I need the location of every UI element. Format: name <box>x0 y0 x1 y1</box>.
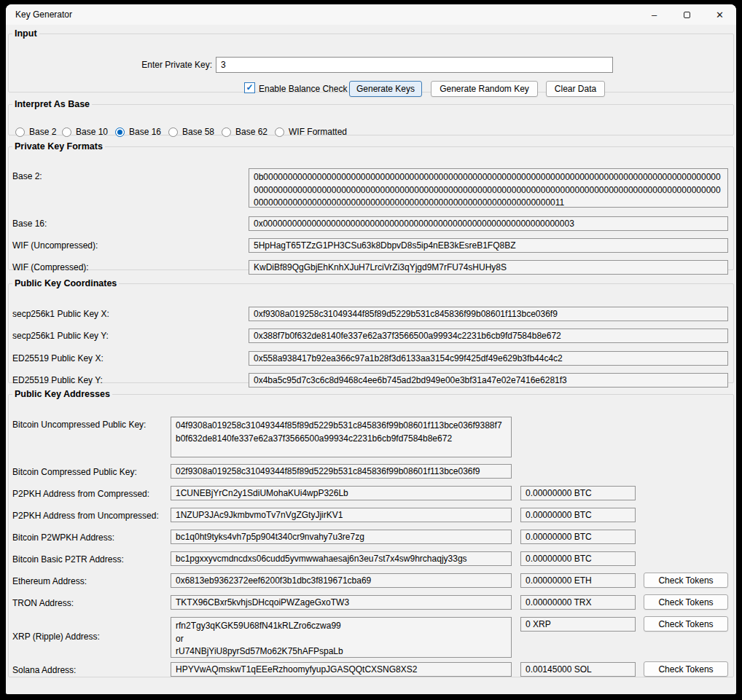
radio-icon <box>115 127 125 137</box>
radio-base-2[interactable]: Base 2 <box>15 127 56 137</box>
tron-label: TRON Address: <box>12 598 74 608</box>
xrp-field[interactable]: rfn2Tgy3qKGK59U68fN41kRLZro6czwa99 or rU… <box>171 617 512 658</box>
private-key-input[interactable] <box>216 57 613 73</box>
private-key-label: Enter Private Key: <box>82 60 212 70</box>
radio-label: Base 62 <box>235 127 267 137</box>
secp-y-label: secp256k1 Public Key Y: <box>12 331 109 341</box>
window-controls: – ✕ <box>638 4 736 25</box>
p2pkh-compressed-balance[interactable]: 0.00000000 BTC <box>520 486 636 500</box>
secp-x-label: secp256k1 Public Key X: <box>12 309 109 319</box>
input-group: Input Enter Private Key: ✓ Enable Balanc… <box>8 28 734 93</box>
xrp-balance[interactable]: 0 XRP <box>520 617 636 632</box>
radio-icon <box>275 127 284 137</box>
wif-compressed-field[interactable]: KwDiBf89QgGbjEhKnhXJuH7LrciVrZi3qYjgd9M7… <box>249 260 728 275</box>
radio-label: Base 16 <box>129 127 161 137</box>
solana-label: Solana Address: <box>12 665 76 675</box>
base16-label: Base 16: <box>12 219 47 229</box>
tron-balance[interactable]: 0.00000000 TRX <box>520 595 636 610</box>
window-title: Key Generator <box>6 9 72 20</box>
interpret-as-base-title: Interpret As Base <box>12 99 92 109</box>
radio-label: WIF Formatted <box>289 127 347 137</box>
screen: Key Generator – ✕ Input Enter Private Ke… <box>0 0 742 700</box>
p2pkh-uncompressed-field[interactable]: 1NZUP3JAc9JkmbvmoTv7nVgZGtyJjirKV1 <box>171 508 512 522</box>
wif-uncompressed-label: WIF (Uncompressed): <box>12 240 98 251</box>
ethereum-check-tokens-button[interactable]: Check Tokens <box>644 573 728 588</box>
ed25519-x-label: ED25519 Public Key X: <box>12 353 104 363</box>
tron-check-tokens-button[interactable]: Check Tokens <box>644 594 728 610</box>
close-icon: ✕ <box>716 9 724 20</box>
ed25519-x-field[interactable]: 0x558a938417b92ea366c97a1b28f3d6133aa315… <box>249 351 728 366</box>
p2tr-balance[interactable]: 0.00000000 BTC <box>520 551 636 566</box>
tron-field[interactable]: TKTX96CBxr5kvhjsDHcqoiPWZageGxoTW3 <box>171 595 512 610</box>
check-icon: ✓ <box>246 82 253 93</box>
xrp-label: XRP (Ripple) Address: <box>12 632 100 642</box>
secp-x-field[interactable]: 0xf9308a019258c31049344f85f89d5229b531c8… <box>249 307 728 321</box>
balance-check-checkbox[interactable]: ✓ <box>244 82 255 93</box>
public-key-coordinates-title: Public Key Coordinates <box>12 278 119 288</box>
btc-compressed-pubkey-field[interactable]: 02f9308a019258c31049344f85f89d5229b531c8… <box>171 464 512 479</box>
base2-value-field[interactable]: 0b00000000000000000000000000000000000000… <box>249 168 728 208</box>
p2pkh-uncompressed-balance[interactable]: 0.00000000 BTC <box>520 508 636 522</box>
btc-uncompressed-pubkey-label: Bitcoin Uncompressed Public Key: <box>12 420 146 430</box>
ed25519-y-label: ED25519 Public Key Y: <box>12 375 103 385</box>
xrp-check-tokens-button[interactable]: Check Tokens <box>644 616 728 632</box>
radio-label: Base 10 <box>76 127 108 137</box>
radio-icon <box>62 127 71 137</box>
p2pkh-compressed-field[interactable]: 1CUNEBjYrCn2y1SdiUMohaKUi4wpP326Lb <box>171 486 512 500</box>
radio-label: Base 58 <box>182 127 214 137</box>
radio-wif-formatted[interactable]: WIF Formatted <box>275 127 347 137</box>
p2wpkh-field[interactable]: bc1q0ht9tyks4vh7p5p904t340cr9nvahy7u3re7… <box>171 530 512 544</box>
wif-uncompressed-field[interactable]: 5HpHagT65TZzG1PH3CSu63k8DbpvD8s5ip4nEB3k… <box>249 238 728 253</box>
radio-base-16[interactable]: Base 16 <box>115 127 161 137</box>
generate-random-key-button[interactable]: Generate Random Key <box>431 81 538 97</box>
public-key-addresses-group: Public Key Addresses Bitcoin Uncompresse… <box>8 389 734 677</box>
minimize-icon: – <box>652 9 657 20</box>
btc-compressed-pubkey-label: Bitcoin Compressed Public Key: <box>12 467 137 477</box>
maximize-button[interactable] <box>671 4 703 25</box>
radio-label: Base 2 <box>29 127 56 137</box>
radio-base-58[interactable]: Base 58 <box>168 127 214 137</box>
radio-base-10[interactable]: Base 10 <box>62 127 108 137</box>
close-button[interactable]: ✕ <box>703 4 736 25</box>
ethereum-field[interactable]: 0x6813eb9362372eef6200f3b1dbc3f819671cba… <box>171 573 512 588</box>
base16-value-field[interactable]: 0x00000000000000000000000000000000000000… <box>249 216 728 231</box>
p2wpkh-balance[interactable]: 0.00000000 BTC <box>520 530 636 544</box>
solana-check-tokens-button[interactable]: Check Tokens <box>644 661 728 677</box>
radio-icon <box>168 127 178 137</box>
p2wpkh-label: Bitcoin P2WPKH Address: <box>12 532 114 543</box>
interpret-as-base-group: Interpret As Base Base 2 Base 10 Base 16… <box>8 99 734 135</box>
radio-base-62[interactable]: Base 62 <box>222 127 267 137</box>
radio-icon <box>15 127 25 137</box>
public-key-addresses-title: Public Key Addresses <box>12 389 112 399</box>
generate-keys-button[interactable]: Generate Keys <box>349 81 422 97</box>
btc-uncompressed-pubkey-field[interactable]: 04f9308a019258c31049344f85f89d5229b531c8… <box>171 417 512 457</box>
p2pkh-compressed-label: P2PKH Address from Compressed: <box>12 489 149 499</box>
private-key-formats-group: Private Key Formats Base 2: 0b0000000000… <box>8 141 734 270</box>
private-key-formats-title: Private Key Formats <box>12 141 105 152</box>
public-key-coordinates-group: Public Key Coordinates secp256k1 Public … <box>8 278 734 383</box>
p2tr-field[interactable]: bc1pgxxyvcmdncdxs06cudd5yvmwwahaesaj6n3e… <box>171 551 512 566</box>
secp-y-field[interactable]: 0x388f7b0f632de8140fe337e62a37f3566500a9… <box>249 329 728 343</box>
balance-check-label[interactable]: Enable Balance Check <box>259 84 347 94</box>
wif-compressed-label: WIF (Compressed): <box>12 262 89 272</box>
solana-field[interactable]: HPYVwAQmskwT1qEEeRzhoomyfyupJGASQQtCXSNG… <box>171 662 512 677</box>
title-bar: Key Generator – ✕ <box>6 4 736 25</box>
solana-balance[interactable]: 0.00145000 SOL <box>520 662 636 677</box>
maximize-icon <box>684 12 690 18</box>
minimize-button[interactable]: – <box>638 4 671 25</box>
ed25519-y-field[interactable]: 0x4ba5c95d7c3c6c8d9468c4ee6b745ad2bd949e… <box>249 373 728 388</box>
key-generator-window: Key Generator – ✕ Input Enter Private Ke… <box>6 4 736 694</box>
p2tr-label: Bitcoin Basic P2TR Address: <box>12 554 124 565</box>
radio-icon <box>222 127 231 137</box>
ethereum-label: Ethereum Address: <box>12 576 87 586</box>
base2-label: Base 2: <box>12 171 42 181</box>
clear-data-button[interactable]: Clear Data <box>546 81 605 97</box>
input-group-title: Input <box>12 28 39 39</box>
p2pkh-uncompressed-label: P2PKH Address from Uncompressed: <box>12 511 159 521</box>
ethereum-balance[interactable]: 0.00000000 ETH <box>520 573 636 588</box>
